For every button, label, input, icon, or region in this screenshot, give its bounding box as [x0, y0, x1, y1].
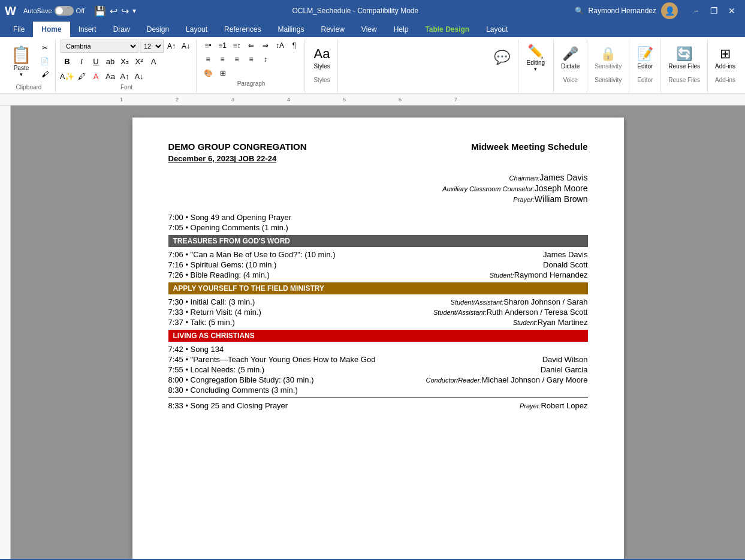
minimize-button[interactable]: − [687, 2, 704, 19]
styles-button[interactable]: Aa Styles [310, 40, 334, 76]
person-bible-study: Conductor/Reader:Michael Johnson / Gary … [426, 375, 588, 384]
tab-design[interactable]: Design [138, 22, 177, 37]
autosave-state: Off [76, 7, 85, 14]
item-local: 7:55 • Local Needs: (5 min.) [168, 365, 541, 374]
tab-layout[interactable]: Layout [177, 22, 216, 37]
customize-icon[interactable]: ▾ [132, 7, 136, 15]
tab-layout2[interactable]: Layout [478, 22, 516, 37]
editing-dropdown[interactable]: ▾ [534, 66, 537, 72]
group-paragraph: ≡• ≡1 ≡↕ ⇐ ⇒ ↕A ¶ ≡ ≡ ≡ ≡ ↕ 🎨 ⊞ [198, 40, 305, 93]
save-icon[interactable]: 💾 [94, 5, 106, 17]
format-painter-button[interactable]: 🖌 [38, 68, 52, 80]
item-initial-row: 7:30 • Initial Call: (3 min.) Student/As… [168, 297, 588, 307]
grow-font-button[interactable]: A↑ [118, 70, 131, 83]
redo-icon[interactable]: ↪ [121, 5, 129, 17]
editing-button[interactable]: ✏️ Editing ▾ [522, 40, 550, 76]
bible-study-label: Conductor/Reader: [426, 377, 482, 384]
horizontal-ruler: 1 2 3 4 5 6 7 [0, 94, 745, 106]
dictate-button[interactable]: 🎤 Dictate [557, 40, 583, 76]
comment-icon: 💬 [494, 50, 510, 65]
group-addins: ⊞ Add-ins Add-ins [708, 40, 743, 93]
decrease-indent-button[interactable]: ⇐ [245, 40, 258, 52]
tab-table-design[interactable]: Table Design [417, 22, 478, 37]
strikethrough-button[interactable]: ab [104, 55, 117, 68]
title-bar: W AutoSave Off 💾 ↩ ↪ ▾ OCLM_Sechedule - … [0, 0, 745, 22]
tab-references[interactable]: References [216, 22, 269, 37]
align-right-button[interactable]: ≡ [230, 53, 243, 65]
shrink-font-button[interactable]: A↓ [132, 70, 146, 83]
auxiliary-label: Auxiliary Classroom Counselor: [442, 185, 534, 192]
align-left-button[interactable]: ≡ [201, 53, 215, 65]
document-area[interactable]: DEMO GROUP CONGREGATION Midweek Meeting … [11, 106, 745, 559]
paste-dropdown[interactable]: ▾ [20, 71, 23, 77]
show-formatting-button[interactable]: ¶ [288, 40, 301, 52]
font-name-select[interactable]: Cambria [61, 40, 138, 53]
editor-button[interactable]: 📝 Editor [633, 40, 657, 76]
bullets-button[interactable]: ≡• [201, 40, 215, 52]
page[interactable]: DEMO GROUP CONGREGATION Midweek Meeting … [132, 118, 624, 559]
increase-indent-button[interactable]: ⇒ [259, 40, 272, 52]
voice-label: Voice [563, 76, 577, 86]
item-reading-row: 7:26 • Bible Reading: (4 min.) Student:R… [168, 270, 588, 280]
subscript-button[interactable]: X₂ [118, 55, 131, 68]
tab-home[interactable]: Home [33, 22, 70, 37]
tab-help[interactable]: Help [385, 22, 417, 37]
reuse-files-button[interactable]: 🔄 Reuse Files [665, 40, 704, 76]
justify-button[interactable]: ≡ [245, 53, 258, 65]
vertical-ruler [0, 106, 11, 559]
tab-mailings[interactable]: Mailings [269, 22, 312, 37]
font-color-button[interactable]: A [89, 70, 102, 83]
item-closing-row: 8:33 • Song 25 and Closing Prayer Prayer… [168, 401, 588, 411]
paste-label: Paste [14, 65, 29, 71]
addins-button[interactable]: ⊞ Add-ins [711, 40, 739, 76]
increase-font-button[interactable]: A↑ [165, 40, 178, 52]
clear-format-button[interactable]: A [147, 55, 160, 68]
highlight-button[interactable]: 🖊 [75, 70, 88, 83]
copy-button[interactable]: 📄 [38, 55, 52, 67]
change-case-button[interactable]: Aa [104, 70, 117, 83]
user-avatar[interactable]: 👤 [661, 2, 678, 19]
multilevel-button[interactable]: ≡↕ [230, 40, 243, 52]
prayer-label-info: Prayer: [513, 196, 534, 203]
person-return: Student/Assistant:Ruth Anderson / Teresa… [433, 308, 588, 317]
close-button[interactable]: ✕ [723, 2, 740, 19]
schedule-row-song49: 7:00 • Song 49 and Opening Prayer [168, 212, 588, 222]
item-return-row: 7:33 • Return Visit: (4 min.) Student/As… [168, 307, 588, 317]
restore-button[interactable]: ❐ [705, 2, 722, 19]
tab-draw[interactable]: Draw [105, 22, 138, 37]
tab-review[interactable]: Review [313, 22, 353, 37]
right-ribbon: 💬 ✏️ Editing ▾ 🎤 Dictate Voice [487, 40, 743, 93]
font-label: Font [120, 83, 132, 93]
sort-button[interactable]: ↕A [273, 40, 286, 52]
font-color-row: A✨ 🖊 A Aa A↑ A↓ [61, 70, 192, 83]
align-center-button[interactable]: ≡ [216, 53, 229, 65]
superscript-button[interactable]: X² [132, 55, 146, 68]
bold-button[interactable]: B [61, 55, 74, 68]
comment-button[interactable]: 💬 [490, 40, 514, 76]
sensitivity-button[interactable]: 🔒 Sensitivity [591, 40, 625, 76]
tab-insert[interactable]: Insert [70, 22, 105, 37]
editor-label: Editor [637, 63, 653, 70]
auxiliary-value: Joseph Moore [535, 183, 588, 193]
tab-view[interactable]: View [353, 22, 385, 37]
paste-button[interactable]: 📋 Paste ▾ [6, 43, 37, 80]
editing-icon: ✏️ [527, 44, 544, 59]
text-effects-button[interactable]: A✨ [61, 70, 74, 83]
ministry-title: APPLY YOURSELF TO THE FIELD MINISTRY [173, 284, 324, 293]
tab-file[interactable]: File [5, 22, 33, 37]
undo-icon[interactable]: ↩ [110, 5, 117, 17]
search-icon[interactable]: 🔍 [575, 7, 584, 15]
borders-button[interactable]: ⊞ [216, 67, 230, 79]
decrease-font-button[interactable]: A↓ [179, 40, 192, 52]
font-size-select[interactable]: 12 [140, 40, 164, 53]
numbering-button[interactable]: ≡1 [216, 40, 229, 52]
year-underlined: 2023 [216, 154, 234, 163]
shading-button[interactable]: 🎨 [201, 67, 215, 79]
italic-button[interactable]: I [75, 55, 88, 68]
microphone-icon: 🎤 [562, 46, 578, 62]
autosave-toggle[interactable] [55, 6, 74, 16]
underline-button[interactable]: U [89, 55, 102, 68]
editing-label: Editing [527, 59, 545, 66]
cut-button[interactable]: ✂ [38, 42, 52, 54]
line-spacing-button[interactable]: ↕ [259, 53, 272, 65]
